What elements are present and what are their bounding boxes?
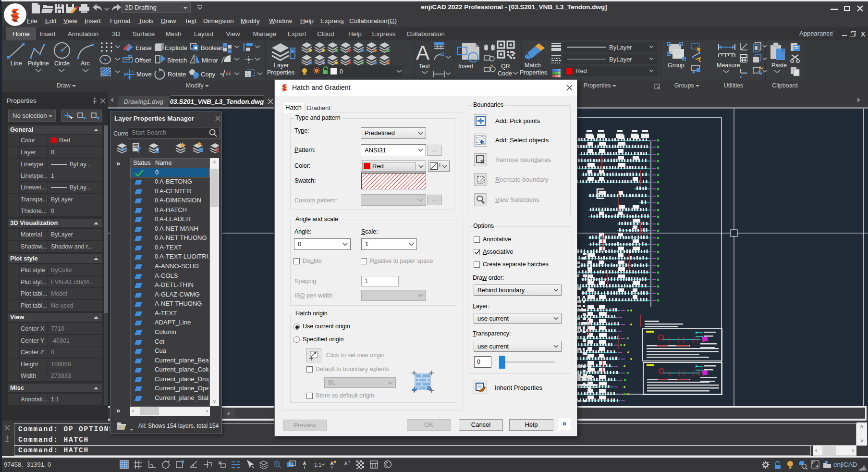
svg-text:Arc: Arc	[81, 60, 90, 67]
svg-text:Line: Line	[11, 60, 22, 67]
svg-text:1:1: 1:1	[314, 462, 321, 468]
svg-text:Mirror: Mirror	[202, 57, 219, 64]
svg-text:Insert: Insert	[458, 63, 474, 70]
svg-text:Erase: Erase	[135, 44, 152, 51]
svg-text:Text: Text	[419, 63, 430, 70]
svg-text:Offset: Offset	[134, 57, 151, 64]
svg-text:Boolean: Boolean	[201, 44, 224, 51]
svg-text:Code: Code	[498, 70, 512, 77]
svg-text:Properties: Properties	[267, 69, 294, 76]
svg-text:Red: Red	[575, 67, 587, 75]
svg-text:Paste: Paste	[771, 62, 787, 69]
svg-text:Circle: Circle	[54, 60, 70, 67]
svg-text:Polyline: Polyline	[28, 60, 49, 67]
svg-text:Explode: Explode	[165, 44, 187, 51]
svg-text:ByLayer: ByLayer	[609, 56, 632, 63]
svg-text:Match: Match	[525, 62, 541, 69]
svg-text:Move: Move	[136, 71, 152, 78]
svg-text:E: E	[595, 186, 605, 204]
svg-text:Properties: Properties	[520, 69, 547, 76]
svg-text:Copy: Copy	[201, 71, 216, 78]
svg-text:ByLayer: ByLayer	[609, 44, 632, 51]
svg-text:Measure: Measure	[717, 62, 740, 69]
svg-text:Layer: Layer	[274, 62, 289, 69]
svg-text:0: 0	[340, 68, 343, 75]
svg-text:Group: Group	[668, 62, 685, 69]
svg-text:Stretch: Stretch	[167, 57, 187, 64]
svg-text:A: A	[416, 41, 429, 64]
svg-text:Rotate: Rotate	[168, 71, 186, 78]
svg-text:QR: QR	[501, 63, 510, 70]
